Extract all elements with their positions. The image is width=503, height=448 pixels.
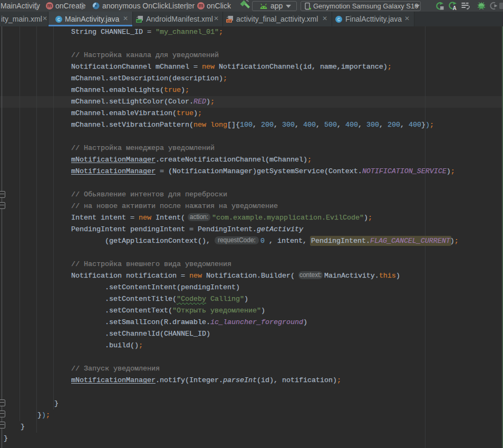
svg-text:C: C xyxy=(57,17,61,23)
svg-text:MF: MF xyxy=(137,20,141,23)
svg-text:A: A xyxy=(452,5,456,11)
svg-text:C: C xyxy=(337,17,341,23)
svg-text:CX: CX xyxy=(227,20,231,23)
